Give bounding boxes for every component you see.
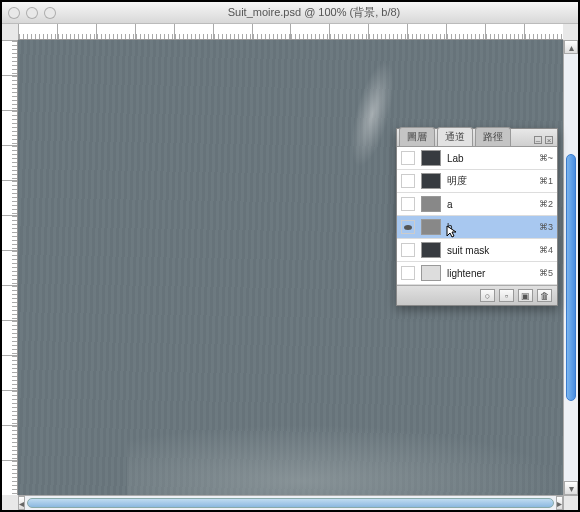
- channel-shortcut: ⌘4: [539, 245, 553, 255]
- panel-footer: ○ ▫ ▣ 🗑: [397, 285, 557, 305]
- tab-layers[interactable]: 圖層: [399, 127, 435, 146]
- channel-name: lightener: [447, 268, 535, 279]
- tab-paths[interactable]: 路徑: [475, 127, 511, 146]
- visibility-toggle[interactable]: [401, 197, 415, 211]
- visibility-toggle[interactable]: [401, 266, 415, 280]
- panel-close-button[interactable]: ×: [545, 136, 553, 144]
- channel-shortcut: ⌘1: [539, 176, 553, 186]
- close-button[interactable]: [8, 7, 20, 19]
- scrollbar-horizontal[interactable]: ◂ ▸: [18, 495, 563, 510]
- channel-row-lightener[interactable]: lightener⌘5: [397, 262, 557, 285]
- channel-list: Lab⌘~明度⌘1a⌘2b⌘3suit mask⌘4lightener⌘5: [397, 147, 557, 285]
- zoom-button[interactable]: [44, 7, 56, 19]
- channel-thumbnail: [421, 196, 441, 212]
- visibility-toggle[interactable]: [401, 151, 415, 165]
- visibility-toggle[interactable]: [401, 174, 415, 188]
- load-selection-button[interactable]: ○: [480, 289, 495, 302]
- channel-shortcut: ⌘2: [539, 199, 553, 209]
- resize-corner[interactable]: [563, 495, 578, 510]
- panel-minimize-button[interactable]: –: [534, 136, 542, 144]
- traffic-lights: [8, 7, 56, 19]
- channel-thumbnail: [421, 173, 441, 189]
- channel-row-明度[interactable]: 明度⌘1: [397, 170, 557, 193]
- save-selection-button[interactable]: ▫: [499, 289, 514, 302]
- channel-row-Lab[interactable]: Lab⌘~: [397, 147, 557, 170]
- channel-thumbnail: [421, 265, 441, 281]
- channel-thumbnail: [421, 219, 441, 235]
- scroll-thumb-horizontal[interactable]: [27, 498, 554, 508]
- panel-tabs: 圖層 通道 路徑 – ×: [397, 129, 557, 147]
- channel-shortcut: ⌘~: [539, 153, 553, 163]
- channel-name: suit mask: [447, 245, 535, 256]
- scroll-left-button[interactable]: ◂: [18, 496, 25, 510]
- channel-row-suit-mask[interactable]: suit mask⌘4: [397, 239, 557, 262]
- scroll-down-button[interactable]: ▾: [564, 481, 578, 495]
- titlebar: Suit_moire.psd @ 100% (背景, b/8): [2, 2, 578, 24]
- new-channel-button[interactable]: ▣: [518, 289, 533, 302]
- window-title: Suit_moire.psd @ 100% (背景, b/8): [56, 5, 572, 20]
- channel-thumbnail: [421, 242, 441, 258]
- visibility-toggle[interactable]: [401, 243, 415, 257]
- scroll-up-button[interactable]: ▴: [564, 40, 578, 54]
- channel-shortcut: ⌘5: [539, 268, 553, 278]
- ruler-vertical[interactable]: [2, 40, 18, 495]
- scroll-thumb-vertical[interactable]: [566, 154, 576, 401]
- minimize-button[interactable]: [26, 7, 38, 19]
- channel-name: Lab: [447, 153, 535, 164]
- channel-shortcut: ⌘3: [539, 222, 553, 232]
- channel-name: 明度: [447, 174, 535, 188]
- channel-thumbnail: [421, 150, 441, 166]
- scrollbar-vertical[interactable]: ▴ ▾: [563, 40, 578, 495]
- channel-name: a: [447, 199, 535, 210]
- tab-channels[interactable]: 通道: [437, 127, 473, 146]
- visibility-toggle[interactable]: [401, 220, 415, 234]
- channel-name: b: [447, 222, 535, 233]
- channels-panel: 圖層 通道 路徑 – × Lab⌘~明度⌘1a⌘2b⌘3suit mask⌘4l…: [396, 128, 558, 306]
- channel-row-a[interactable]: a⌘2: [397, 193, 557, 216]
- channel-row-b[interactable]: b⌘3: [397, 216, 557, 239]
- ruler-horizontal[interactable]: [18, 24, 563, 40]
- scroll-right-button[interactable]: ▸: [556, 496, 563, 510]
- delete-channel-button[interactable]: 🗑: [537, 289, 552, 302]
